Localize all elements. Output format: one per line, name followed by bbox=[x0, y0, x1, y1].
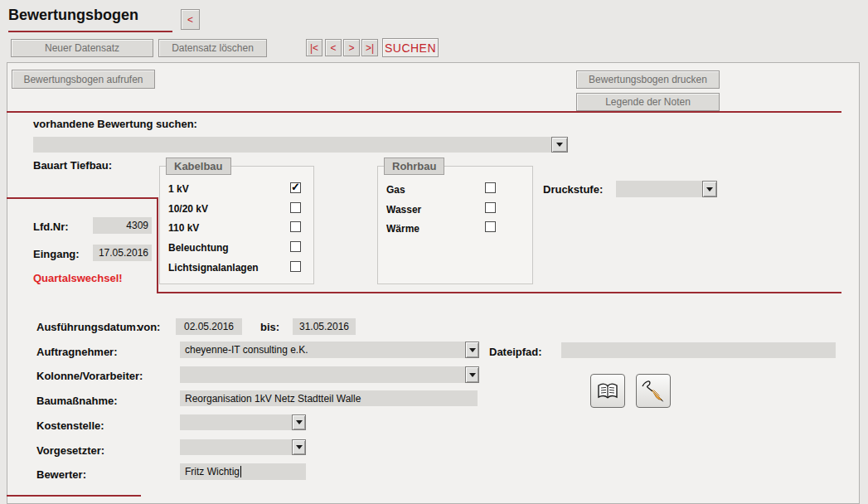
druckstufe-combobox[interactable] bbox=[616, 181, 702, 197]
title-underline bbox=[8, 31, 172, 32]
quartalswechsel-note: Quartalswechsel! bbox=[33, 272, 123, 284]
checkbox-label-lichtsignalanlagen: Lichtsignalanlagen bbox=[168, 262, 259, 274]
checkbox-wasser[interactable] bbox=[485, 202, 496, 213]
kabelbau-group-title: Kabelbau bbox=[166, 158, 231, 175]
open-report-button[interactable] bbox=[590, 374, 625, 408]
bewerter-label: Bewerter: bbox=[36, 468, 86, 481]
checkbox-lichtsignalanlagen[interactable] bbox=[290, 261, 301, 272]
checkbox-label-gas: Gas bbox=[386, 184, 405, 196]
vorgesetzter-dropdown-button[interactable] bbox=[292, 439, 306, 455]
checkbox-gas[interactable] bbox=[485, 182, 496, 193]
bauart-tiefbau-label: Bauart Tiefbau: bbox=[33, 159, 112, 172]
bewertungsbogen-window: Bewertungsbogen < Neuer Datensatz Datens… bbox=[0, 0, 868, 504]
chevron-down-icon bbox=[556, 143, 563, 147]
bis-label: bis: bbox=[260, 321, 279, 333]
checkbox-waerme[interactable] bbox=[485, 221, 496, 232]
auftragnehmer-dropdown-button[interactable] bbox=[465, 342, 479, 358]
nav-next-button[interactable]: > bbox=[343, 39, 360, 56]
nav-prev-button[interactable]: < bbox=[325, 39, 342, 56]
chevron-down-icon bbox=[296, 445, 303, 449]
open-evaluation-form-button[interactable]: Bewertungsbogen aufrufen bbox=[12, 70, 155, 89]
new-record-button[interactable]: Neuer Datensatz bbox=[11, 39, 153, 57]
baumassnahme-field[interactable]: Reorganisation 1kV Netz Stadtteil Walle bbox=[180, 390, 478, 406]
checkbox-1020kv[interactable] bbox=[290, 202, 301, 213]
kolonne-vorarbeiter-combobox[interactable] bbox=[180, 366, 465, 383]
baumassnahme-label: Baumaßnahme: bbox=[36, 395, 118, 407]
nav-last-button[interactable]: >| bbox=[361, 39, 378, 56]
vorgesetzter-label: Vorgesetzter: bbox=[36, 444, 104, 457]
collapse-back-button[interactable]: < bbox=[181, 9, 200, 30]
search-button[interactable]: SUCHEN bbox=[382, 38, 439, 57]
checkbox-110kv[interactable] bbox=[290, 221, 301, 232]
record-tab-border-bottom bbox=[157, 292, 841, 293]
bewerter-field[interactable]: Fritz Wichtig bbox=[180, 463, 306, 480]
lfdnr-field[interactable]: 4309 bbox=[93, 217, 152, 234]
existing-evaluation-dropdown-button[interactable] bbox=[551, 137, 568, 153]
checkbox-beleuchtung[interactable] bbox=[290, 241, 301, 252]
lfdnr-label: Lfd.Nr: bbox=[33, 220, 69, 233]
page-title: Bewertungsbogen bbox=[8, 7, 138, 24]
pencil-signature-icon bbox=[641, 379, 666, 404]
checkbox-label-1kv: 1 kV bbox=[168, 183, 189, 195]
eingang-field[interactable]: 17.05.2016 bbox=[93, 245, 152, 261]
rohrbau-group-title: Rohrbau bbox=[384, 158, 444, 175]
open-book-icon bbox=[597, 382, 618, 400]
kostenstelle-combobox[interactable] bbox=[180, 414, 292, 430]
checkbox-label-beleuchtung: Beleuchtung bbox=[168, 242, 229, 254]
von-date-field[interactable]: 02.05.2016 bbox=[176, 318, 242, 335]
ausfuehrungsdatum-label: Ausführungsdatum: bbox=[36, 321, 139, 333]
chevron-down-icon bbox=[296, 420, 303, 424]
kolonne-vorarbeiter-label: Kolonne/Vorarbeiter: bbox=[36, 370, 143, 382]
checkbox-label-1020kv: 10/20 kV bbox=[168, 203, 208, 215]
delete-record-button[interactable]: Datensatz löschen bbox=[158, 39, 267, 57]
checkbox-label-110kv: 110 kV bbox=[168, 222, 199, 234]
eingang-label: Eingang: bbox=[33, 248, 80, 260]
separator-line-top bbox=[7, 111, 841, 113]
dateipfad-label: Dateipfad: bbox=[489, 346, 542, 358]
auftragnehmer-label: Auftragnehmer: bbox=[36, 346, 118, 358]
auftragnehmer-combobox[interactable]: cheyenne-IT consulting e.K. bbox=[180, 342, 465, 358]
kostenstelle-label: Kostenstelle: bbox=[36, 419, 104, 432]
chevron-down-icon bbox=[469, 348, 476, 352]
existing-evaluation-label: vorhandene Bewertung suchen: bbox=[33, 118, 197, 130]
chevron-down-icon bbox=[469, 373, 476, 377]
druckstufe-label: Druckstufe: bbox=[543, 183, 603, 196]
grade-legend-button[interactable]: Legende der Noten bbox=[576, 93, 720, 111]
checkbox-label-waerme: Wärme bbox=[386, 223, 419, 235]
chevron-down-icon bbox=[706, 187, 713, 191]
dateipfad-field[interactable] bbox=[561, 342, 836, 358]
kostenstelle-dropdown-button[interactable] bbox=[292, 414, 306, 430]
kolonne-dropdown-button[interactable] bbox=[465, 366, 479, 383]
existing-evaluation-combobox[interactable] bbox=[33, 137, 551, 153]
checkbox-1kv[interactable] bbox=[290, 182, 301, 193]
vorgesetzter-combobox[interactable] bbox=[180, 439, 292, 455]
sign-evaluation-button[interactable] bbox=[636, 374, 671, 408]
record-tab-border-top bbox=[7, 197, 158, 199]
record-tab-border-vertical bbox=[157, 197, 158, 293]
checkbox-label-wasser: Wasser bbox=[386, 204, 421, 216]
bewerter-value: Fritz Wichtig bbox=[185, 466, 241, 477]
nav-first-button[interactable]: |< bbox=[306, 39, 322, 56]
von-label: von: bbox=[138, 321, 160, 333]
print-evaluation-form-button[interactable]: Bewertungsbogen drucken bbox=[576, 70, 720, 89]
bis-date-field[interactable]: 31.05.2016 bbox=[293, 318, 356, 335]
druckstufe-dropdown-button[interactable] bbox=[702, 181, 717, 197]
bottom-section-border bbox=[7, 495, 141, 497]
